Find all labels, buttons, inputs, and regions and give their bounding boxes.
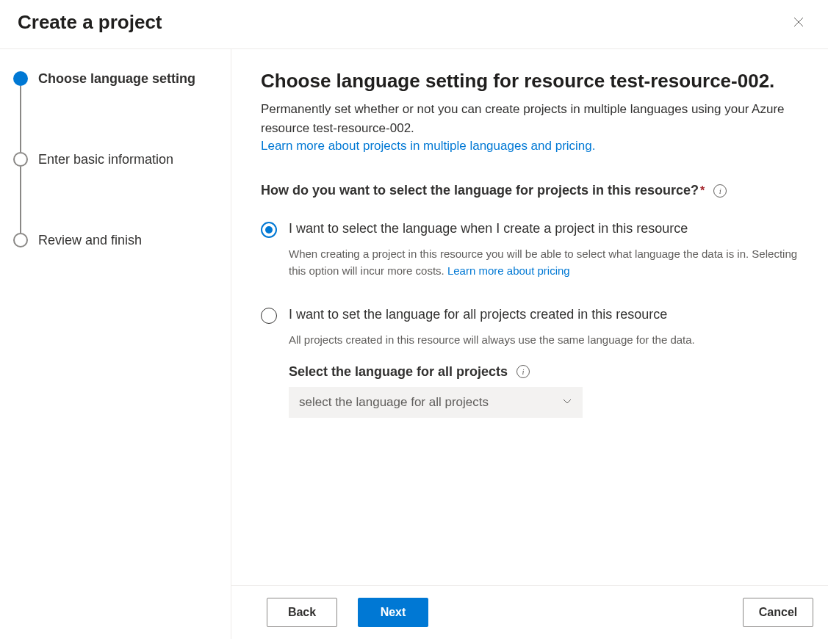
dropdown-label: Select the language for all projects [289,364,508,380]
step-label: Choose language setting [38,71,195,86]
step-label: Review and finish [38,233,142,247]
step-choose-language[interactable]: Choose language setting [13,71,213,152]
page-title: Choose language setting for resource tes… [261,70,799,93]
close-button[interactable] [787,10,810,34]
modal-title: Create a project [18,11,162,34]
step-dot-icon [13,152,28,167]
step-basic-info[interactable]: Enter basic information [13,152,213,233]
radio-help: All projects created in this resource wi… [289,331,695,348]
radio-help: When creating a project in this resource… [289,245,799,280]
step-dot-icon [13,71,28,86]
language-question: How do you want to select the language f… [261,183,699,198]
info-icon[interactable]: i [516,365,530,378]
radio-label: I want to set the language for all proje… [289,306,695,322]
step-label: Enter basic information [38,152,173,167]
wizard-steps: Choose language setting Enter basic info… [0,49,231,639]
next-button[interactable]: Next [358,598,428,627]
radio-button[interactable] [261,308,277,324]
wizard-footer: Back Next Cancel [231,585,828,639]
language-dropdown-field: Select the language for all projects i s… [289,364,695,418]
radio-option-all-projects[interactable]: I want to set the language for all proje… [261,299,799,424]
step-dot-icon [13,233,28,247]
cancel-button[interactable]: Cancel [743,598,813,627]
modal-body: Choose language setting Enter basic info… [0,49,828,639]
info-icon[interactable]: i [713,184,727,198]
step-review[interactable]: Review and finish [13,233,213,247]
radio-option-per-project[interactable]: I want to select the language when I cre… [261,213,799,286]
learn-more-languages-link[interactable]: Learn more about projects in multiple la… [261,139,596,153]
step-connector [20,86,21,152]
dropdown-placeholder: select the language for all projects [299,395,489,410]
close-icon [793,16,804,28]
required-indicator: * [700,184,705,198]
page-description: Permanently set whether or not you can c… [261,100,799,137]
language-dropdown[interactable]: select the language for all projects [289,387,583,418]
radio-button[interactable] [261,222,277,238]
learn-more-pricing-link[interactable]: Learn more about pricing [447,264,570,277]
wizard-content: Choose language setting for resource tes… [231,49,828,585]
back-button[interactable]: Back [267,598,337,627]
radio-label: I want to select the language when I cre… [289,220,799,236]
modal-header: Create a project [0,0,828,49]
step-connector [20,167,21,233]
chevron-down-icon [562,395,572,410]
